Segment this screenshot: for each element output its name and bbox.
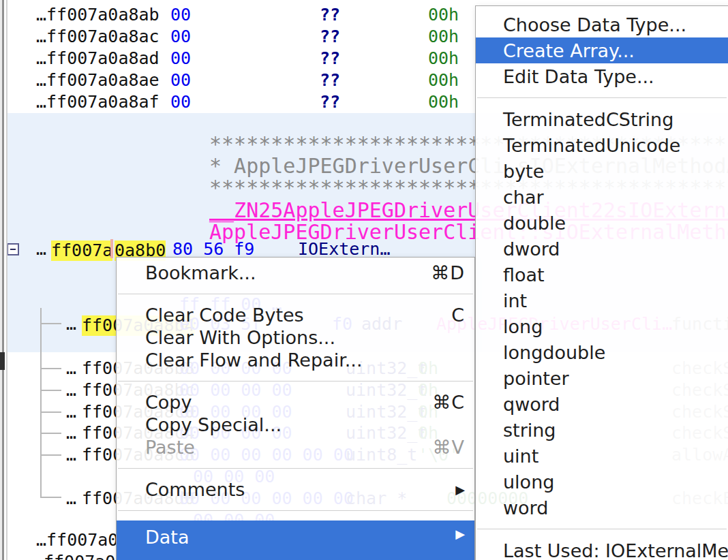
menu-item-data[interactable]: Data▶ [117,520,474,560]
menu-item-copy-special[interactable]: Copy Special... [117,414,474,436]
menu-item-pointer[interactable]: pointer [476,365,728,391]
menu-separator [118,510,473,511]
menu-item-double[interactable]: double [476,210,728,236]
menu-item-label: double [503,213,566,234]
listing-text: 00h [428,93,459,111]
menu-item-terminatedunicode[interactable]: TerminatedUnicode [476,132,728,158]
text-cursor [110,239,113,258]
menu-item-label: qword [503,394,560,415]
menu-item-label: Comments [145,479,245,500]
listing-text: IOExtern… [298,240,390,258]
menu-item-label: float [503,264,545,285]
listing-text: 00 [170,93,191,111]
ghidra-listing-screen: …ff007a0a8ab00??00h…ff007a0a8ac00??00h…f… [0,0,728,560]
menu-separator [477,97,727,98]
menu-item-label: pointer [503,368,569,389]
listing-text: ?? [320,72,340,89]
listing-text: …ff007a0a8af [36,93,160,111]
menu-shortcut: ⌘C [432,392,465,413]
menu-item-label: TerminatedCString [503,109,673,130]
listing-text: ?? [320,28,340,46]
menu-item-clear-with-options[interactable]: Clear With Options... [117,326,474,349]
menu-item-longdouble[interactable]: longdouble [476,339,728,365]
listing-text: … [66,360,76,377]
menu-item-label: uint [503,446,539,467]
tree-line [40,308,42,498]
menu-item-comments[interactable]: Comments▶ [117,478,474,501]
splitter-handle[interactable] [0,352,5,370]
menu-item-string[interactable]: string [476,417,728,443]
menu-item-int[interactable]: int [476,287,728,313]
menu-item-label: byte [503,161,544,182]
listing-text: 00h [428,6,459,24]
collapse-toggle-icon[interactable] [7,243,19,255]
listing-text: 00h [428,72,459,89]
menu-item-word[interactable]: word [476,495,728,520]
menu-item-label: Last Used: IOExternalMe [503,540,728,560]
listing-text: …ff007a0a8ad [36,50,160,67]
menu-item-label: word [503,497,548,518]
listing-text: 00 [170,72,191,89]
menu-item-clear-code-bytes[interactable]: Clear Code BytesC [117,304,474,326]
menu-item-edit-data-type[interactable]: Edit Data Type... [476,63,728,89]
menu-separator [118,381,473,382]
menu-separator [118,468,473,469]
menu-item-bookmark[interactable]: Bookmark...⌘D [117,262,474,284]
tree-line [40,433,61,434]
listing-text: … [66,382,76,399]
menu-item-label: Data [145,527,189,548]
menu-item-label: Clear With Options... [145,327,335,348]
menu-item-long[interactable]: long [476,313,728,339]
menu-item-label: string [503,420,556,441]
menu-item-label: dword [503,238,560,260]
submenu-arrow-icon: ▶ [455,482,465,497]
menu-item-qword[interactable]: qword [476,391,728,417]
menu-item-create-array[interactable]: Create Array... [476,37,728,63]
tree-line [40,454,61,456]
menu-item-choose-data-type[interactable]: Choose Data Type... [476,12,728,37]
listing-text: …ff007a0a8ae [36,72,160,89]
listing-text: 00h [428,28,459,46]
menu-item-clear-flow-and-repair[interactable]: Clear Flow and Repair... [117,349,474,371]
menu-item-label: char [503,187,544,208]
submenu-arrow-icon: ▶ [455,527,465,541]
listing-text: 00 [170,6,191,24]
listing-text: 00 [170,28,191,46]
listing-text: … [66,446,76,464]
tree-line [40,390,61,391]
menu-item-char[interactable]: char [476,184,728,210]
listing-text: …ff007a0a8ac [36,28,160,46]
menu-shortcut: ⌘D [431,262,465,283]
menu-item-byte[interactable]: byte [476,158,728,184]
listing-text: …ff007a0a8ab [36,6,160,24]
menu-item-label: long [503,316,543,337]
listing-text: 80 56 f9 [172,240,254,258]
menu-item-uint[interactable]: uint [476,443,728,469]
data-submenu: Choose Data Type...Create Array...Edit D… [475,5,728,560]
listing-text: … [66,424,76,442]
menu-item-last-used-ioexternalme[interactable]: Last Used: IOExternalMe [476,538,728,560]
menu-item-label: Copy Special... [145,414,282,435]
menu-item-label: Paste [145,437,195,458]
menu-item-ulong[interactable]: ulong [476,469,728,495]
menu-item-label: longdouble [503,342,605,363]
menu-item-label: Choose Data Type... [503,14,686,35]
listing-text: ?? [320,50,340,67]
context-menu: Bookmark...⌘DClear Code BytesCClear With… [116,257,475,560]
menu-item-float[interactable]: float [476,262,728,287]
menu-shortcut: ⌘V [433,437,465,458]
listing-text: 00h [428,50,459,67]
tree-line [40,411,61,413]
listing-text: … [36,240,46,258]
tree-line [40,323,61,324]
listing-text: … [66,490,76,508]
listing-text: ?? [320,93,340,111]
menu-item-copy[interactable]: Copy⌘C [117,391,474,414]
menu-item-terminatedcstring[interactable]: TerminatedCString [476,106,728,132]
menu-item-dword[interactable]: dword [476,236,728,262]
listing-text: ff007a [51,240,112,261]
menu-item-paste[interactable]: Paste⌘V [117,436,474,458]
menu-item-label: Create Array... [503,40,635,61]
menu-item-label: Copy [145,392,192,413]
tree-line [40,497,61,498]
